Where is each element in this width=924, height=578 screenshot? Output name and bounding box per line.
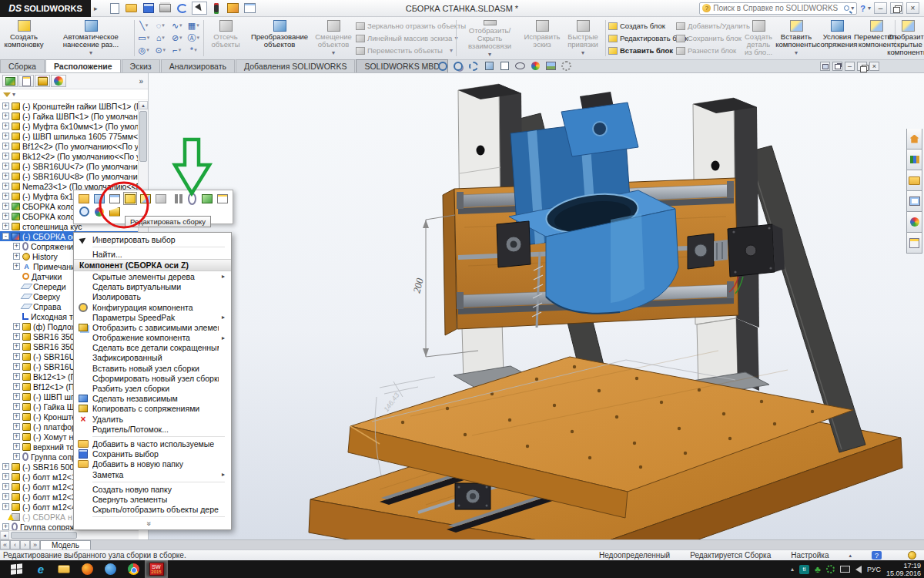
context-menu-item[interactable]: Вставить новый узел сборки — [74, 363, 231, 373]
context-menu-item[interactable]: Копировать с сопряжениями — [74, 404, 231, 414]
sketch-tool-button[interactable]: ∿▾ — [169, 19, 186, 32]
ribbon-tab[interactable]: Сборка — [0, 59, 45, 72]
quick-access-button[interactable] — [107, 2, 122, 15]
quick-access-button[interactable] — [175, 2, 190, 15]
restore-button[interactable] — [890, 2, 903, 14]
make-part-from-block-button[interactable]: Создать деталь из бло... — [742, 18, 775, 59]
new-window-icon[interactable] — [820, 62, 830, 71]
tray-app-icon[interactable]: ti — [799, 565, 809, 574]
context-toolbar-button[interactable] — [200, 192, 214, 205]
search-input[interactable] — [713, 4, 842, 12]
scrollbar-thumb[interactable] — [139, 111, 147, 162]
task-pane-button[interactable] — [906, 212, 922, 233]
ribbon-tab[interactable]: Добавления SOLIDWORKS — [236, 59, 355, 72]
context-toolbar-button[interactable] — [92, 205, 106, 218]
quick-snaps-button[interactable]: Быстрые привязки▾ — [564, 18, 602, 59]
tree-expander-icon[interactable]: + — [13, 363, 20, 370]
ribbon-stack-button[interactable]: Редактировать блок — [608, 32, 673, 44]
context-menu-item[interactable]: Отображение компонента ▸ — [74, 333, 231, 343]
features-tab-icon[interactable] — [2, 75, 18, 87]
ribbon-stack-button[interactable]: Зеркально отразить объекты — [356, 20, 453, 32]
last-tab-icon[interactable]: » — [30, 540, 40, 549]
tree-item[interactable]: + (-) Муфта 6x10мм<1> (По умолч — [0, 121, 138, 131]
context-toolbar-button[interactable] — [108, 205, 122, 218]
sketch-tool-button[interactable]: ⊙▾ — [152, 44, 169, 56]
tree-expander-icon[interactable]: + — [13, 323, 20, 330]
context-menu-item[interactable]: Сделать виртуальными — [74, 282, 231, 292]
context-menu-item[interactable]: Компонент (СБОРКА оси Z) — [74, 259, 231, 271]
quick-access-button[interactable] — [158, 2, 173, 15]
sketch-tool-button[interactable]: Ⓐ▾ — [186, 32, 203, 44]
autodimension-button[interactable]: Автоматическое нанесение раз...▾ — [48, 18, 134, 59]
update-tray-icon[interactable] — [826, 565, 835, 573]
help-dropdown-icon[interactable]: ▾ — [868, 5, 871, 12]
hscrollbar-thumb[interactable] — [11, 532, 77, 539]
quick-access-button[interactable] — [124, 2, 139, 15]
taskbar-item-chrome[interactable] — [122, 560, 145, 578]
tree-expander-icon[interactable]: + — [13, 333, 20, 340]
task-pane-button[interactable] — [906, 150, 922, 170]
context-menu-item[interactable]: Скрытые элементы дерева ▸ — [74, 271, 231, 281]
offset-entities-button[interactable]: Смещение объектов▾ — [314, 18, 353, 59]
context-toolbar-button[interactable] — [139, 192, 152, 205]
tree-expander-icon[interactable]: + — [2, 203, 9, 210]
context-toolbar-button[interactable] — [154, 192, 168, 205]
tree-item[interactable]: + (-) ШВП шпилька 1605 775мм<1: — [0, 131, 138, 141]
ribbon-tab[interactable]: Расположение — [45, 59, 121, 72]
sketch-tool-button[interactable]: *▾ — [186, 44, 203, 56]
scroll-up-icon[interactable]: ▴ — [139, 101, 148, 109]
context-menu-item[interactable]: Отобразить с зависимыми элементами — [74, 322, 231, 332]
tree-expander-icon[interactable]: + — [13, 353, 20, 360]
tray-expand-icon[interactable]: ▴ — [791, 566, 794, 573]
context-menu-item[interactable]: Добавить в новую папку — [74, 459, 231, 469]
context-menu-item[interactable]: Сохранить выбор — [74, 449, 231, 459]
tree-expander-icon[interactable]: - — [2, 233, 9, 240]
tree-expander-icon[interactable]: + — [2, 523, 9, 530]
ribbon-tab[interactable]: Эскиз — [122, 59, 160, 72]
clock[interactable]: 17:19 15.09.2016 — [886, 562, 921, 577]
tree-expander-icon[interactable]: + — [2, 493, 9, 500]
tree-expander-icon[interactable]: + — [13, 253, 20, 260]
volume-tray-icon[interactable] — [855, 566, 862, 573]
display-tray-icon[interactable] — [840, 566, 850, 573]
tree-expander-icon[interactable]: + — [2, 183, 9, 190]
sketch-tool-button[interactable]: ▭▾ — [136, 32, 152, 44]
doc-close-icon[interactable]: × — [869, 62, 879, 71]
context-toolbar-button[interactable] — [77, 192, 91, 205]
tree-expander-icon[interactable]: + — [2, 102, 9, 109]
configuration-label[interactable]: Настройка — [791, 551, 829, 560]
context-menu-item[interactable]: Найти... — [74, 249, 231, 259]
sketch-tool-button[interactable]: ⊘▾ — [169, 32, 186, 44]
sketch-tool-button[interactable]: ◌▾ — [152, 19, 169, 32]
task-pane-button[interactable] — [906, 191, 922, 212]
tree-item[interactable]: + (-) Гайка ШВП<1> (По умолчани — [0, 111, 138, 121]
context-menu-item[interactable]: Параметры SpeedPak ▸ — [74, 312, 231, 322]
tree-expander-icon[interactable]: + — [2, 473, 9, 480]
appearances-tab-icon[interactable] — [51, 75, 66, 87]
heads-up-button[interactable] — [437, 61, 448, 71]
ribbon-tab[interactable]: SOLIDWORKS MBD — [356, 59, 447, 72]
context-menu-item[interactable]: Изолировать — [74, 292, 231, 302]
close-button[interactable]: × — [906, 2, 919, 14]
ribbon-stack-button[interactable]: Разнести блок — [676, 45, 741, 56]
context-toolbar-button[interactable] — [92, 192, 106, 205]
tree-filter-row[interactable]: ▾ — [0, 89, 148, 100]
tree-expander-icon[interactable]: + — [13, 343, 20, 350]
minimize-button[interactable]: – — [874, 2, 887, 14]
task-pane-button[interactable] — [906, 233, 922, 254]
tree-expander-icon[interactable]: + — [13, 263, 20, 270]
configurations-tab-icon[interactable] — [35, 75, 50, 87]
tree-expander-icon[interactable]: + — [13, 433, 20, 440]
convert-entities-button[interactable]: Преобразование объектов — [246, 18, 313, 59]
heads-up-button[interactable] — [514, 61, 525, 71]
cascade-windows-icon[interactable] — [832, 62, 842, 71]
tree-expander-icon[interactable]: + — [2, 503, 9, 510]
ribbon-tab[interactable]: Анализировать — [161, 59, 235, 72]
context-toolbar-button[interactable] — [77, 205, 91, 218]
start-button[interactable] — [3, 560, 29, 578]
ribbon-stack-button[interactable]: Вставить блок — [608, 45, 673, 56]
sketch-tool-button[interactable]: ⌂▾ — [152, 32, 169, 44]
context-menu-item[interactable]: Сделать все детали сокращенными — [74, 343, 231, 353]
quick-access-button[interactable] — [192, 2, 207, 15]
tree-expander-icon[interactable]: + — [2, 463, 9, 470]
